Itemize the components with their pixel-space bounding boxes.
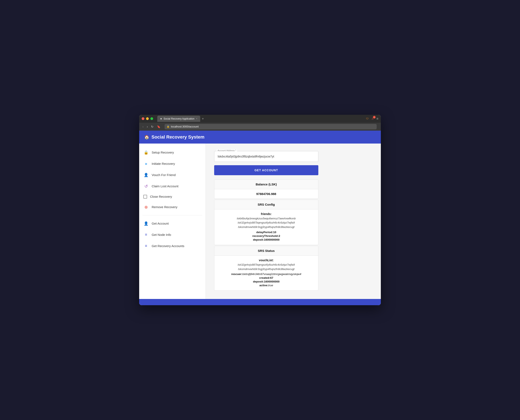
get-node-info-icon: ≡ bbox=[143, 232, 149, 238]
sidebar-label-close-recovery: Close Recovery bbox=[150, 195, 172, 198]
sidebar-label-get-account: Get Account bbox=[152, 222, 169, 225]
delay-period-value: 10 bbox=[273, 231, 276, 234]
sidebar-label-get-recovery-accounts: Get Recovery Accounts bbox=[152, 244, 184, 248]
tab-close-icon[interactable]: × bbox=[196, 118, 197, 120]
titlebar: ◆ Social Recovery Application × + 🛡 ⚠ 1 … bbox=[139, 115, 381, 123]
sidebar-item-close-recovery[interactable]: Close Recovery bbox=[139, 192, 206, 202]
sidebar: 🔒 Setup Recovery » Initiate Recovery 👤 V… bbox=[139, 143, 206, 299]
reload-button[interactable]: ↻ bbox=[150, 125, 154, 129]
recovery-threshold-value: 2 bbox=[279, 234, 280, 238]
traffic-lights bbox=[142, 117, 153, 120]
srs-config-body: friends: lskb6bufqcbrwvgkzuu5wqu6wnruz7a… bbox=[214, 209, 318, 245]
remove-recovery-icon: ⊗ bbox=[143, 204, 149, 210]
deposit-config-value: 1600000000 bbox=[264, 238, 279, 241]
new-tab-button[interactable]: + bbox=[201, 117, 204, 121]
rescuer-row: rescuer:lsktrqfj84n34tn97vraaq2ztmrgwgwa… bbox=[219, 272, 314, 276]
active-row: active:true bbox=[219, 284, 314, 287]
sidebar-item-initiate-recovery[interactable]: » Initiate Recovery bbox=[139, 158, 206, 169]
browser-window: ◆ Social Recovery Application × + 🛡 ⚠ 1 … bbox=[139, 115, 381, 305]
delay-period-row: delayPeriod:10 bbox=[219, 231, 314, 234]
deposit-status-label: deposit: bbox=[253, 280, 264, 283]
account-address-group: Account Address * bbox=[214, 151, 372, 162]
sidebar-item-claim-lost-account[interactable]: ↺ Claim Lost Account bbox=[139, 181, 206, 192]
initiate-recovery-icon: » bbox=[143, 161, 149, 166]
setup-recovery-icon: 🔒 bbox=[143, 150, 149, 155]
close-button[interactable] bbox=[142, 117, 144, 120]
maximize-button[interactable] bbox=[151, 117, 153, 120]
vouch-list-label: vouchList: bbox=[219, 259, 314, 262]
delay-period-label: delayPeriod: bbox=[256, 231, 273, 234]
sidebar-item-remove-recovery[interactable]: ⊗ Remove Recovery bbox=[139, 202, 206, 213]
minimize-button[interactable] bbox=[146, 117, 149, 120]
sidebar-label-claim-lost-account: Claim Lost Account bbox=[152, 184, 178, 188]
srs-status-header: SRS Status bbox=[214, 246, 318, 256]
active-tab[interactable]: ◆ Social Recovery Application × bbox=[157, 116, 200, 122]
app-title: Social Recovery System bbox=[151, 134, 204, 140]
get-account-icon: 👤 bbox=[143, 221, 149, 226]
content-area: Account Address * GET ACCOUNT Balance (L… bbox=[206, 143, 381, 299]
sidebar-label-initiate-recovery: Initiate Recovery bbox=[152, 162, 175, 165]
deposit-status-row: deposit:1600000000 bbox=[219, 280, 314, 283]
sidebar-item-get-node-info[interactable]: ≡ Get Node Info bbox=[139, 229, 206, 240]
balance-card-body: 97884706.988 bbox=[214, 189, 318, 199]
alert-extension: ⚠ 1 bbox=[371, 117, 375, 121]
get-recovery-accounts-icon: ≡ bbox=[143, 243, 149, 249]
forward-button[interactable]: › bbox=[146, 125, 149, 129]
app-header: 🏠 Social Recovery System bbox=[139, 131, 381, 143]
url-text: localhost:3000/account bbox=[171, 125, 199, 128]
brave-shield-extension: 🛡 bbox=[365, 117, 369, 121]
sidebar-label-vouch-for-friend: Vouch For Friend bbox=[152, 173, 176, 177]
friend-2: lsk32gnhxjs887bqmgoz6y6ozh6c4c6ztpz7wjfa… bbox=[219, 221, 314, 225]
close-recovery-icon bbox=[143, 195, 147, 199]
app-body: 🔒 Setup Recovery » Initiate Recovery 👤 V… bbox=[139, 143, 381, 299]
security-icon: 🔒 bbox=[167, 125, 170, 128]
rescuer-label: rescuer: bbox=[231, 272, 242, 276]
tab-favicon: ◆ bbox=[160, 117, 162, 120]
app-footer bbox=[139, 299, 381, 305]
friend-1: lskb6bufqcbrwvgkzuu5wqu6wnruz7awvhxwfkon… bbox=[219, 217, 314, 221]
alert-badge: 1 bbox=[373, 116, 376, 119]
active-label: active: bbox=[259, 284, 268, 287]
tab-area: ◆ Social Recovery Application × + bbox=[157, 116, 363, 122]
home-icon: 🏠 bbox=[144, 135, 149, 140]
deposit-config-label: deposit: bbox=[253, 238, 264, 241]
brave-icon: 🛡 bbox=[365, 117, 369, 121]
sidebar-label-setup-recovery: Setup Recovery bbox=[152, 151, 174, 154]
browser-menu-button[interactable]: ≡ bbox=[377, 117, 378, 121]
deposit-status-value: 1600000000 bbox=[264, 280, 279, 283]
get-account-button[interactable]: GET ACCOUNT bbox=[214, 165, 318, 175]
vouch-friend-icon: 👤 bbox=[143, 172, 149, 178]
sidebar-item-setup-recovery[interactable]: 🔒 Setup Recovery bbox=[139, 147, 206, 158]
rescuer-value: lsktrqfj84n34tn97vraaq2ztmrgwgwakmqyskqw… bbox=[242, 272, 301, 276]
created-value: 67 bbox=[270, 276, 273, 279]
sidebar-item-get-recovery-accounts[interactable]: ≡ Get Recovery Accounts bbox=[139, 240, 206, 252]
friends-section: friends: lskb6bufqcbrwvgkzuu5wqu6wnruz7a… bbox=[219, 212, 314, 229]
vouch-2: lskomdmvwhb9r3sgj3ryp4fsqnzfn8c8twzkecug… bbox=[219, 267, 314, 271]
bookmark-button[interactable]: 🔖 bbox=[156, 125, 161, 129]
sidebar-item-vouch-for-friend[interactable]: 👤 Vouch For Friend bbox=[139, 169, 206, 181]
balance-card: Balance (LSK) 97884706.988 bbox=[214, 179, 318, 199]
back-button[interactable]: ‹ bbox=[142, 125, 144, 129]
balance-card-header: Balance (LSK) bbox=[214, 180, 318, 189]
extensions-area: 🛡 ⚠ 1 bbox=[365, 117, 375, 121]
account-address-label: Account Address * bbox=[217, 149, 237, 152]
friend-3: lskomdmvwhb9r3sgj3ryp4fsqnzfn8c8twzkecug… bbox=[219, 225, 314, 229]
balance-value: 97884706.988 bbox=[256, 192, 276, 196]
claim-lost-icon: ↺ bbox=[143, 184, 149, 189]
vouch-1: lsk32gnhxjs887bqmgoz6y6ozh6c4c6ztpz7wjfa… bbox=[219, 263, 314, 267]
sidebar-label-get-node-info: Get Node Info bbox=[152, 233, 171, 236]
friends-label: friends: bbox=[219, 212, 314, 216]
sidebar-item-get-account[interactable]: 👤 Get Account bbox=[139, 218, 206, 229]
created-label: created: bbox=[259, 276, 270, 279]
tab-title: Social Recovery Application bbox=[164, 117, 194, 120]
deposit-config-row: deposit:1600000000 bbox=[219, 238, 314, 241]
url-bar[interactable]: 🔒 localhost:3000/account bbox=[165, 124, 377, 129]
recovery-threshold-row: recoveryThreshold:2 bbox=[219, 234, 314, 238]
sidebar-label-remove-recovery: Remove Recovery bbox=[152, 205, 177, 209]
account-address-input[interactable] bbox=[214, 151, 318, 162]
srs-status-body: vouchList: lsk32gnhxjs887bqmgoz6y6ozh6c4… bbox=[214, 256, 318, 291]
addressbar: ‹ › ↻ 🔖 🔒 localhost:3000/account bbox=[139, 123, 381, 131]
srs-config-card: SRS Config friends: lskb6bufqcbrwvgkzuu5… bbox=[214, 200, 318, 245]
srs-config-header: SRS Config bbox=[214, 200, 318, 209]
recovery-threshold-label: recoveryThreshold: bbox=[252, 234, 279, 238]
